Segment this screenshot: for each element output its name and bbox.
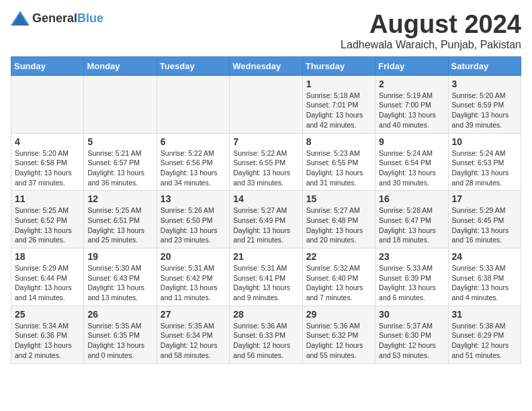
- calendar-body: 1Sunrise: 5:18 AM Sunset: 7:01 PM Daylig…: [11, 75, 521, 363]
- calendar-cell: 14Sunrise: 5:27 AM Sunset: 6:49 PM Dayli…: [230, 191, 302, 248]
- month-title: August 2024: [341, 11, 521, 39]
- day-info: Sunrise: 5:35 AM Sunset: 6:34 PM Dayligh…: [161, 321, 226, 361]
- day-number: 7: [233, 136, 298, 147]
- day-number: 15: [306, 193, 371, 204]
- calendar-week-row: 18Sunrise: 5:29 AM Sunset: 6:44 PM Dayli…: [11, 248, 521, 306]
- day-number: 25: [15, 309, 80, 320]
- calendar-week-row: 25Sunrise: 5:34 AM Sunset: 6:36 PM Dayli…: [11, 306, 521, 363]
- day-info: Sunrise: 5:24 AM Sunset: 6:54 PM Dayligh…: [379, 148, 444, 188]
- weekday-header: Wednesday: [230, 56, 302, 75]
- calendar-cell: 20Sunrise: 5:31 AM Sunset: 6:42 PM Dayli…: [157, 248, 229, 306]
- day-info: Sunrise: 5:34 AM Sunset: 6:36 PM Dayligh…: [15, 321, 80, 361]
- calendar-cell: 4Sunrise: 5:20 AM Sunset: 6:58 PM Daylig…: [11, 133, 84, 191]
- calendar-cell: 25Sunrise: 5:34 AM Sunset: 6:36 PM Dayli…: [11, 306, 84, 363]
- day-info: Sunrise: 5:24 AM Sunset: 6:53 PM Dayligh…: [452, 148, 517, 188]
- day-number: 9: [379, 136, 444, 147]
- weekday-header: Thursday: [302, 56, 375, 75]
- day-number: 13: [161, 193, 226, 204]
- day-info: Sunrise: 5:36 AM Sunset: 6:32 PM Dayligh…: [306, 321, 371, 361]
- calendar-header: SundayMondayTuesdayWednesdayThursdayFrid…: [11, 56, 521, 75]
- day-info: Sunrise: 5:36 AM Sunset: 6:33 PM Dayligh…: [233, 321, 298, 361]
- day-info: Sunrise: 5:27 AM Sunset: 6:48 PM Dayligh…: [306, 205, 371, 245]
- day-number: 8: [306, 136, 371, 147]
- calendar-cell: [157, 75, 229, 133]
- calendar-cell: 28Sunrise: 5:36 AM Sunset: 6:33 PM Dayli…: [230, 306, 302, 363]
- day-number: 16: [379, 193, 444, 204]
- day-number: 3: [452, 79, 517, 89]
- day-info: Sunrise: 5:20 AM Sunset: 6:58 PM Dayligh…: [15, 148, 80, 188]
- calendar-table: SundayMondayTuesdayWednesdayThursdayFrid…: [11, 56, 521, 364]
- day-number: 20: [161, 251, 226, 262]
- day-number: 24: [452, 251, 517, 262]
- day-number: 11: [15, 193, 80, 204]
- logo-general: General: [32, 11, 77, 25]
- day-info: Sunrise: 5:23 AM Sunset: 6:55 PM Dayligh…: [306, 148, 371, 188]
- calendar-cell: 2Sunrise: 5:19 AM Sunset: 7:00 PM Daylig…: [375, 75, 448, 133]
- weekday-header: Saturday: [448, 56, 521, 75]
- day-number: 21: [233, 251, 298, 262]
- day-info: Sunrise: 5:31 AM Sunset: 6:41 PM Dayligh…: [233, 263, 298, 303]
- day-number: 6: [161, 136, 226, 147]
- calendar-cell: 18Sunrise: 5:29 AM Sunset: 6:44 PM Dayli…: [11, 248, 84, 306]
- day-number: 10: [452, 136, 517, 147]
- day-info: Sunrise: 5:22 AM Sunset: 6:56 PM Dayligh…: [161, 148, 226, 188]
- day-number: 1: [306, 79, 371, 89]
- calendar-cell: 26Sunrise: 5:35 AM Sunset: 6:35 PM Dayli…: [84, 306, 157, 363]
- day-number: 27: [161, 309, 226, 320]
- calendar-cell: 22Sunrise: 5:32 AM Sunset: 6:40 PM Dayli…: [302, 248, 375, 306]
- calendar-cell: [84, 75, 157, 133]
- calendar-cell: 13Sunrise: 5:26 AM Sunset: 6:50 PM Dayli…: [157, 191, 229, 248]
- logo-blue: Blue: [77, 11, 103, 25]
- day-number: 12: [87, 193, 152, 204]
- day-info: Sunrise: 5:33 AM Sunset: 6:38 PM Dayligh…: [452, 263, 517, 303]
- day-info: Sunrise: 5:20 AM Sunset: 6:59 PM Dayligh…: [452, 91, 517, 130]
- calendar-cell: 17Sunrise: 5:29 AM Sunset: 6:45 PM Dayli…: [448, 191, 521, 248]
- calendar-cell: 31Sunrise: 5:38 AM Sunset: 6:29 PM Dayli…: [448, 306, 521, 363]
- calendar-cell: 1Sunrise: 5:18 AM Sunset: 7:01 PM Daylig…: [302, 75, 375, 133]
- calendar-week-row: 1Sunrise: 5:18 AM Sunset: 7:01 PM Daylig…: [11, 75, 521, 133]
- calendar-cell: 19Sunrise: 5:30 AM Sunset: 6:43 PM Dayli…: [84, 248, 157, 306]
- calendar-cell: 30Sunrise: 5:37 AM Sunset: 6:30 PM Dayli…: [375, 306, 448, 363]
- day-number: 5: [87, 136, 152, 147]
- day-number: 23: [379, 251, 444, 262]
- weekday-header: Monday: [84, 56, 157, 75]
- day-info: Sunrise: 5:27 AM Sunset: 6:49 PM Dayligh…: [233, 205, 298, 245]
- calendar-cell: 27Sunrise: 5:35 AM Sunset: 6:34 PM Dayli…: [157, 306, 229, 363]
- day-info: Sunrise: 5:35 AM Sunset: 6:35 PM Dayligh…: [87, 321, 152, 361]
- calendar-cell: 23Sunrise: 5:33 AM Sunset: 6:39 PM Dayli…: [375, 248, 448, 306]
- day-info: Sunrise: 5:21 AM Sunset: 6:57 PM Dayligh…: [87, 148, 152, 188]
- day-info: Sunrise: 5:30 AM Sunset: 6:43 PM Dayligh…: [87, 263, 152, 303]
- day-info: Sunrise: 5:28 AM Sunset: 6:47 PM Dayligh…: [379, 205, 444, 245]
- day-number: 19: [87, 251, 152, 262]
- calendar-cell: 11Sunrise: 5:25 AM Sunset: 6:52 PM Dayli…: [11, 191, 84, 248]
- day-number: 30: [379, 309, 444, 320]
- calendar-cell: 21Sunrise: 5:31 AM Sunset: 6:41 PM Dayli…: [230, 248, 302, 306]
- calendar-cell: 3Sunrise: 5:20 AM Sunset: 6:59 PM Daylig…: [448, 75, 521, 133]
- calendar-cell: 6Sunrise: 5:22 AM Sunset: 6:56 PM Daylig…: [157, 133, 229, 191]
- day-info: Sunrise: 5:29 AM Sunset: 6:45 PM Dayligh…: [452, 205, 517, 245]
- day-info: Sunrise: 5:37 AM Sunset: 6:30 PM Dayligh…: [379, 321, 444, 361]
- day-number: 4: [15, 136, 80, 147]
- day-info: Sunrise: 5:25 AM Sunset: 6:52 PM Dayligh…: [15, 205, 80, 245]
- day-info: Sunrise: 5:33 AM Sunset: 6:39 PM Dayligh…: [379, 263, 444, 303]
- calendar-week-row: 11Sunrise: 5:25 AM Sunset: 6:52 PM Dayli…: [11, 191, 521, 248]
- day-info: Sunrise: 5:31 AM Sunset: 6:42 PM Dayligh…: [161, 263, 226, 303]
- day-number: 2: [379, 79, 444, 89]
- day-info: Sunrise: 5:18 AM Sunset: 7:01 PM Dayligh…: [306, 91, 371, 130]
- calendar-week-row: 4Sunrise: 5:20 AM Sunset: 6:58 PM Daylig…: [11, 133, 521, 191]
- day-info: Sunrise: 5:26 AM Sunset: 6:50 PM Dayligh…: [161, 205, 226, 245]
- calendar-cell: 16Sunrise: 5:28 AM Sunset: 6:47 PM Dayli…: [375, 191, 448, 248]
- day-number: 18: [15, 251, 80, 262]
- location-title: Ladhewala Waraich, Punjab, Pakistan: [341, 39, 521, 51]
- day-info: Sunrise: 5:29 AM Sunset: 6:44 PM Dayligh…: [15, 263, 80, 303]
- day-number: 14: [233, 193, 298, 204]
- logo-icon: [11, 11, 30, 26]
- weekday-header: Tuesday: [157, 56, 229, 75]
- day-info: Sunrise: 5:19 AM Sunset: 7:00 PM Dayligh…: [379, 91, 444, 130]
- day-number: 17: [452, 193, 517, 204]
- logo: GeneralBlue: [11, 11, 103, 26]
- day-number: 26: [87, 309, 152, 320]
- day-number: 22: [306, 251, 371, 262]
- day-info: Sunrise: 5:25 AM Sunset: 6:51 PM Dayligh…: [87, 205, 152, 245]
- day-number: 28: [233, 309, 298, 320]
